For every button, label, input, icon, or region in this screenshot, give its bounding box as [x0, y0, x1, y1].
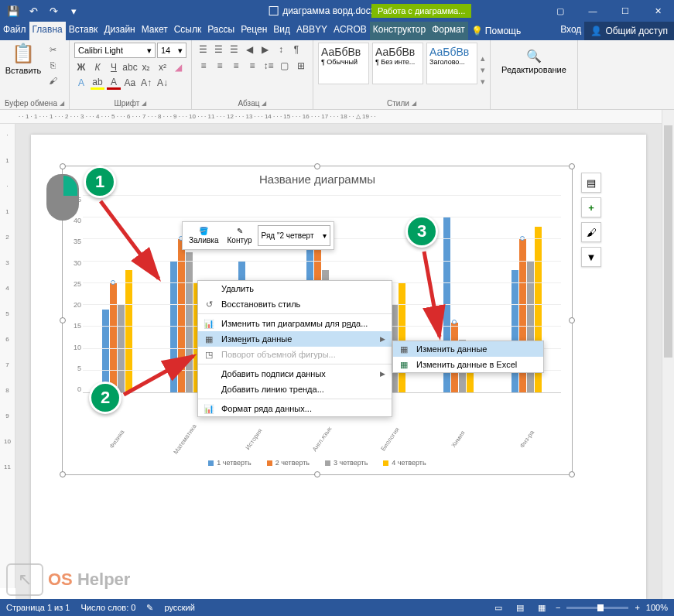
- annotation-step-1: 1: [84, 166, 116, 198]
- svg-line-2: [424, 252, 440, 337]
- annotation-arrows: [0, 0, 674, 616]
- watermark-logo: ↖ OS Helper: [6, 563, 130, 596]
- annotation-step-3: 3: [405, 215, 438, 248]
- svg-line-0: [101, 201, 159, 279]
- annotation-step-2: 2: [89, 382, 121, 414]
- annotation-mouse-icon: [46, 174, 79, 221]
- svg-line-1: [124, 356, 193, 395]
- cursor-icon: ↖: [6, 563, 43, 596]
